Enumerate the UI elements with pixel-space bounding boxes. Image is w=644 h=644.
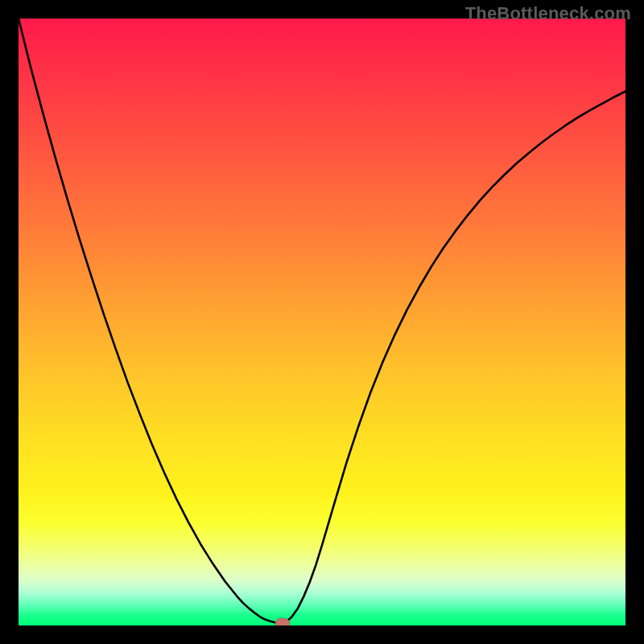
watermark-text: TheBottleneck.com	[465, 3, 631, 24]
bottleneck-curve	[19, 19, 625, 623]
curve-svg	[19, 19, 625, 625]
plot-area	[19, 19, 625, 625]
chart-frame: TheBottleneck.com	[0, 0, 644, 644]
optimal-point-marker	[275, 618, 290, 625]
